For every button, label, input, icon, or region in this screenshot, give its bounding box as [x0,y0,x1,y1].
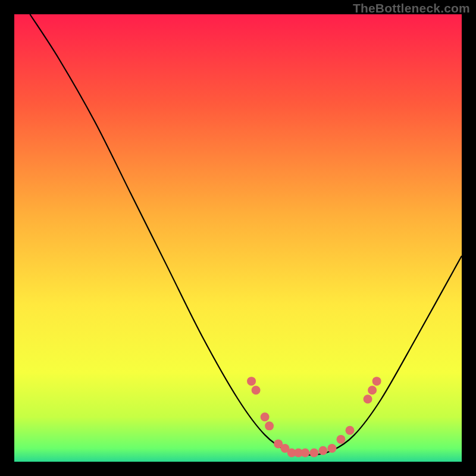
curve-marker [327,444,336,453]
curve-marker [364,394,372,403]
curve-marker [309,448,318,457]
chart-background [14,14,462,462]
curve-marker [336,435,345,444]
curve-marker [368,386,377,394]
curve-marker [300,448,309,457]
bottleneck-chart [14,14,462,462]
curve-marker [252,386,261,394]
curve-marker [372,377,381,386]
attribution-text: TheBottleneck.com [353,1,470,15]
curve-marker [346,426,355,435]
curve-marker [265,421,274,430]
curve-marker [247,377,256,386]
curve-marker [261,412,270,421]
chart-frame [14,14,462,462]
curve-marker [318,446,327,455]
